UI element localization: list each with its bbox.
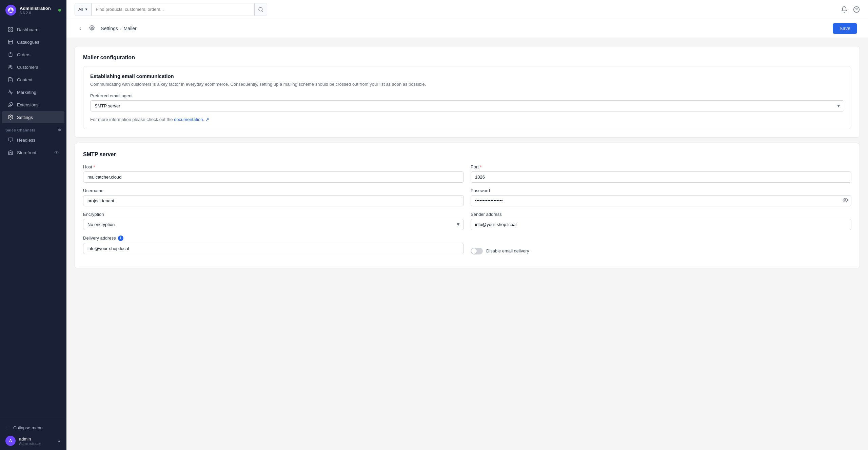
preferred-agent-wrapper: SMTP server SendGrid Mailchimp ▼ — [90, 100, 844, 111]
username-label: Username — [83, 188, 464, 193]
sender-address-label: Sender address — [471, 212, 851, 217]
svg-line-15 — [262, 11, 263, 12]
marketing-icon — [7, 89, 14, 95]
sidebar-item-customers[interactable]: Customers — [2, 61, 64, 73]
svg-point-18 — [91, 27, 93, 28]
breadcrumb: Settings › Mailer — [101, 26, 136, 31]
storefront-visibility-icon[interactable]: 👁 — [54, 150, 59, 155]
search-bar: All ▼ — [75, 3, 267, 16]
sidebar: Administration 6.6.2.0 Dashboard Catalog… — [0, 0, 66, 450]
toggle-knob — [471, 248, 477, 254]
breadcrumb-current: Mailer — [124, 26, 137, 31]
encryption-group: Encryption No encryption SSL TLS ▼ — [83, 212, 464, 230]
doc-note: For more information please check out th… — [90, 117, 844, 122]
extensions-label: Extensions — [17, 102, 39, 107]
sidebar-item-settings[interactable]: Settings — [2, 111, 64, 123]
settings-gear-btn[interactable] — [87, 23, 97, 34]
username-input[interactable] — [83, 195, 464, 206]
notifications-btn[interactable] — [841, 6, 848, 13]
host-required: * — [93, 164, 95, 169]
search-submit-btn[interactable] — [254, 3, 267, 16]
smtp-server-title: SMTP server — [83, 151, 851, 158]
host-label: Host * — [83, 164, 464, 169]
delivery-address-group: Delivery address i — [83, 236, 464, 254]
app-logo — [5, 5, 16, 16]
sales-channels-add-icon[interactable]: ⊕ — [58, 128, 61, 132]
help-btn[interactable] — [853, 6, 860, 13]
sender-address-group: Sender address — [471, 212, 851, 230]
sidebar-item-content[interactable]: Content — [2, 74, 64, 86]
sidebar-item-marketing[interactable]: Marketing — [2, 86, 64, 98]
svg-rect-3 — [8, 30, 10, 32]
sidebar-item-orders[interactable]: Orders — [2, 48, 64, 61]
port-required: * — [480, 164, 481, 169]
search-filter-label: All — [78, 7, 83, 12]
email-comm-desc: Communicating with customers is a key fa… — [90, 81, 844, 88]
catalogues-icon — [7, 39, 14, 45]
save-button[interactable]: Save — [833, 23, 857, 34]
port-label: Port * — [471, 164, 851, 169]
delivery-address-input[interactable] — [83, 243, 464, 254]
topbar-right — [841, 6, 860, 13]
app-version: 6.6.2.0 — [20, 11, 51, 15]
email-comm-title: Establishing email communication — [90, 73, 844, 79]
sidebar-item-headless[interactable]: Headless — [2, 134, 64, 146]
username-group: Username — [83, 188, 464, 206]
settings-label: Settings — [17, 115, 33, 120]
external-link-icon: ↗ — [205, 117, 209, 122]
password-group: Password — [471, 188, 851, 206]
preferred-agent-select[interactable]: SMTP server SendGrid Mailchimp — [90, 100, 844, 111]
app-name: Administration — [20, 6, 51, 11]
collapse-menu-btn[interactable]: ← Collapse menu — [5, 423, 61, 432]
port-group: Port * — [471, 164, 851, 183]
svg-point-5 — [9, 65, 11, 67]
encryption-select-wrapper: No encryption SSL TLS ▼ — [83, 219, 464, 230]
disable-delivery-toggle[interactable] — [471, 248, 483, 254]
content-label: Content — [17, 77, 33, 82]
svg-rect-4 — [8, 40, 13, 44]
sidebar-footer: ← Collapse menu A admin Administrator ▲ — [0, 419, 66, 450]
svg-point-10 — [10, 117, 11, 118]
disable-delivery-toggle-row: Disable email delivery — [471, 248, 851, 254]
doc-link[interactable]: documentation. ↗ — [174, 117, 209, 122]
extensions-icon — [7, 102, 14, 108]
password-toggle-btn[interactable] — [843, 198, 848, 204]
page-content: Mailer configuration Establishing email … — [66, 38, 868, 450]
port-input[interactable] — [471, 171, 851, 183]
delivery-info-icon[interactable]: i — [118, 236, 123, 241]
customers-icon — [7, 64, 14, 70]
catalogues-label: Catalogues — [17, 40, 39, 45]
topbar: All ▼ — [66, 0, 868, 19]
user-info: A admin Administrator ▲ — [5, 432, 61, 446]
sidebar-item-storefront[interactable]: Storefront 👁 — [2, 146, 64, 159]
search-input[interactable] — [92, 3, 254, 16]
back-btn[interactable]: ‹ — [77, 23, 83, 34]
svg-point-14 — [259, 7, 262, 11]
host-input[interactable] — [83, 171, 464, 183]
storefront-icon — [7, 149, 14, 156]
search-filter-btn[interactable]: All ▼ — [75, 3, 92, 16]
sales-channels-section: Sales Channels ⊕ — [0, 124, 66, 134]
email-comm-card: Establishing email communication Communi… — [83, 66, 851, 129]
sidebar-item-extensions[interactable]: Extensions — [2, 99, 64, 111]
collapse-label: Collapse menu — [13, 425, 43, 430]
encryption-select[interactable]: No encryption SSL TLS — [83, 219, 464, 230]
svg-rect-2 — [11, 30, 13, 32]
svg-point-19 — [845, 200, 846, 201]
disable-delivery-label: Disable email delivery — [486, 248, 529, 253]
breadcrumb-separator: › — [120, 26, 122, 31]
sidebar-item-dashboard[interactable]: Dashboard — [2, 23, 64, 36]
orders-icon — [7, 52, 14, 58]
delivery-row: Delivery address i Disable email deliver… — [83, 236, 851, 254]
sender-address-input[interactable] — [471, 219, 851, 230]
sidebar-item-catalogues[interactable]: Catalogues — [2, 36, 64, 48]
dashboard-icon — [7, 26, 14, 33]
user-chevron-icon[interactable]: ▲ — [57, 439, 61, 443]
encryption-label: Encryption — [83, 212, 464, 217]
password-input[interactable] — [471, 195, 851, 206]
main-nav: Dashboard Catalogues Orders Customers Co… — [0, 20, 66, 419]
customers-label: Customers — [17, 65, 38, 70]
breadcrumb-parent: Settings — [101, 26, 118, 31]
collapse-icon: ← — [5, 425, 10, 430]
online-indicator — [58, 9, 61, 12]
